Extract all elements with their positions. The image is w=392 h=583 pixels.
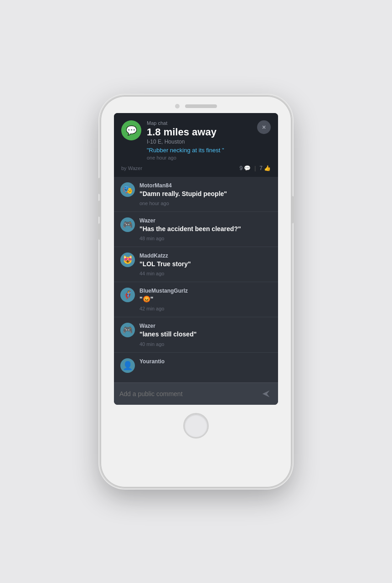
avatar: 🦸 xyxy=(120,288,135,302)
comment-count: 9 💬 xyxy=(240,165,251,171)
comment-time: 40 min ago xyxy=(120,341,272,347)
header-quote: "Rubber necking at its finest " xyxy=(147,147,252,154)
avatar: 🎮 xyxy=(120,323,135,337)
comment-item: 😻 MaddKatzz "LOL True story" 44 min ago xyxy=(114,247,278,282)
stats-right: 9 💬 | 7 👍 xyxy=(240,165,271,171)
comment-username: Wazer xyxy=(139,217,272,224)
header-stats: by Wazer 9 💬 | 7 👍 xyxy=(121,165,271,171)
comment-item-partial: 👤 Yourantio xyxy=(114,353,278,373)
input-bar xyxy=(114,382,278,405)
phone-frame: 💬 Map chat 1.8 miles away I-10 E, Housto… xyxy=(100,96,292,488)
comment-time: 48 min ago xyxy=(120,236,272,241)
speaker-bar xyxy=(185,104,217,108)
comment-body: Wazer "lanes still closed" xyxy=(139,323,272,338)
by-wazer-label: by Wazer xyxy=(121,165,142,171)
header-location: I-10 E, Houston xyxy=(147,139,252,145)
comment-text: "lanes still closed" xyxy=(139,330,272,338)
comment-body: MaddKatzz "LOL True story" xyxy=(139,253,272,268)
comment-body: BlueMustangGurlz "😡" xyxy=(139,288,272,303)
phone-top-bar xyxy=(100,96,292,108)
comment-body: Yourantio xyxy=(139,358,272,366)
waze-icon: 💬 xyxy=(121,120,141,140)
comment-username: BlueMustangGurlz xyxy=(139,288,272,294)
comment-username: MaddKatzz xyxy=(139,253,272,259)
comment-body: MotorMan84 "Damn really. Stupid people" xyxy=(139,182,272,198)
avatar: 👤 xyxy=(120,358,135,373)
comment-text: "😡" xyxy=(139,295,272,303)
comment-text: "Damn really. Stupid people" xyxy=(139,190,272,198)
header-time: one hour ago xyxy=(147,155,252,160)
comment-username: Yourantio xyxy=(139,358,272,365)
comment-username: Wazer xyxy=(139,323,272,329)
comment-item: 🦸 BlueMustangGurlz "😡" 42 min ago xyxy=(114,282,278,317)
comments-list[interactable]: 🎭 MotorMan84 "Damn really. Stupid people… xyxy=(114,177,278,382)
comment-time: 44 min ago xyxy=(120,271,272,276)
camera-dot xyxy=(175,104,180,108)
comment-body: Wazer "Has the accident been cleared?" xyxy=(139,217,272,233)
avatar: 😻 xyxy=(120,253,135,267)
send-button[interactable] xyxy=(260,387,273,400)
header-title: 1.8 miles away xyxy=(147,127,252,138)
comment-text: "LOL True story" xyxy=(139,260,272,268)
like-count: 7 👍 xyxy=(259,165,271,171)
comment-input[interactable] xyxy=(119,390,255,397)
header-info: Map chat 1.8 miles away I-10 E, Houston … xyxy=(147,120,252,160)
comment-text: "Has the accident been cleared?" xyxy=(139,225,272,233)
comment-username: MotorMan84 xyxy=(139,182,272,189)
home-button[interactable] xyxy=(183,413,209,439)
header: 💬 Map chat 1.8 miles away I-10 E, Housto… xyxy=(114,113,278,177)
screen: 💬 Map chat 1.8 miles away I-10 E, Housto… xyxy=(114,113,278,405)
comment-time: 42 min ago xyxy=(120,306,272,311)
comment-item: 🎭 MotorMan84 "Damn really. Stupid people… xyxy=(114,177,278,212)
close-button[interactable]: × xyxy=(257,120,271,134)
map-chat-label: Map chat xyxy=(147,120,252,126)
avatar: 🎭 xyxy=(120,182,135,197)
avatar: 🎮 xyxy=(120,217,135,232)
comment-item: 🎮 Wazer "lanes still closed" 40 min ago xyxy=(114,317,278,352)
comment-time: one hour ago xyxy=(120,201,272,206)
comment-item: 🎮 Wazer "Has the accident been cleared?"… xyxy=(114,212,278,247)
